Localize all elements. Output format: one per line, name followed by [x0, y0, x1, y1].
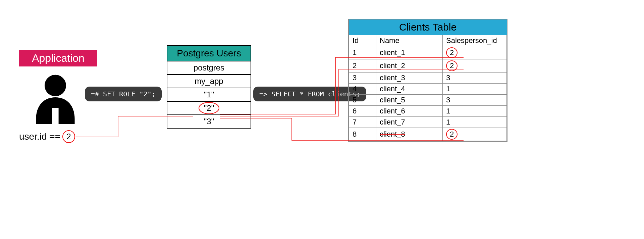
table-row: 5client_53: [349, 95, 507, 106]
user-id-label: user.id ==: [19, 131, 60, 142]
cell-id: 6: [349, 106, 376, 117]
clients-column-header: Name: [376, 35, 443, 46]
cell-id: 7: [349, 117, 376, 128]
cell-name: client_6: [376, 106, 443, 117]
postgres-user-name: "2": [204, 103, 214, 112]
sql-select: => SELECT * FROM clients;: [259, 90, 360, 98]
cell-id: 5: [349, 95, 376, 106]
clients-table-title: Clients Table: [349, 19, 507, 35]
postgres-user-name: postgres: [194, 63, 224, 72]
postgres-user-name: my_app: [195, 77, 223, 86]
postgres-users-box: Postgres Users postgresmy_app"1""2""3": [167, 45, 251, 129]
cell-name: client_1: [376, 46, 443, 59]
cell-salesperson-id: 2: [443, 59, 507, 73]
cell-id: 2: [349, 59, 376, 73]
user-id-value: 2: [66, 132, 71, 141]
user-id-line: user.id == 2: [19, 130, 75, 143]
sql-set-role: =# SET ROLE "2";: [91, 90, 156, 98]
postgres-users-rows: postgresmy_app"1""2""3": [167, 61, 251, 128]
clients-table: IdNameSalesperson_id 1client_122client_2…: [349, 35, 507, 141]
cell-name: client_3: [376, 73, 443, 84]
postgres-user-row: "1": [167, 88, 251, 101]
clients-body: 1client_122client_223client_334client_41…: [349, 46, 507, 141]
cell-name: client_5: [376, 95, 443, 106]
cell-salesperson-id: 1: [443, 117, 507, 128]
postgres-user-row: "3": [167, 114, 251, 128]
table-row: 2client_22: [349, 59, 507, 73]
sql-set-role-pill: =# SET ROLE "2";: [85, 87, 162, 101]
application-title: Application: [32, 52, 85, 64]
table-row: 8client_82: [349, 128, 507, 141]
cell-id: 4: [349, 84, 376, 95]
cell-name: client_7: [376, 117, 443, 128]
application-title-box: Application: [19, 50, 97, 66]
postgres-user-row: postgres: [167, 61, 251, 74]
cell-salesperson-id: 1: [443, 106, 507, 117]
cell-salesperson-id: 2: [443, 128, 507, 141]
postgres-user-name: "3": [204, 117, 214, 126]
salesperson-id-circle: 2: [446, 129, 458, 140]
table-row: 1client_12: [349, 46, 507, 59]
clients-header-row: IdNameSalesperson_id: [349, 35, 507, 46]
diagram-root: Application user.id == 2 =# SET ROLE "2"…: [0, 0, 644, 239]
connection-lines: [0, 0, 644, 239]
table-row: 7client_71: [349, 117, 507, 128]
user-icon: [29, 70, 82, 124]
user-id-value-circle: 2: [62, 130, 75, 143]
cell-name: client_4: [376, 84, 443, 95]
table-row: 6client_61: [349, 106, 507, 117]
clients-column-header: Id: [349, 35, 376, 46]
table-row: 4client_41: [349, 84, 507, 95]
cell-salesperson-id: 3: [443, 95, 507, 106]
cell-salesperson-id: 1: [443, 84, 507, 95]
postgres-user-row: "2": [167, 101, 251, 114]
svg-rect-1: [52, 108, 58, 124]
table-row: 3client_33: [349, 73, 507, 84]
postgres-user-name: "1": [204, 90, 214, 99]
salesperson-id-circle: 2: [446, 47, 458, 58]
cell-id: 8: [349, 128, 376, 141]
salesperson-id-circle: 2: [446, 60, 458, 71]
clients-column-header: Salesperson_id: [443, 35, 507, 46]
postgres-user-row: my_app: [167, 74, 251, 88]
cell-name: client_2: [376, 59, 443, 73]
cell-name: client_8: [376, 128, 443, 141]
cell-salesperson-id: 2: [443, 46, 507, 59]
cell-id: 3: [349, 73, 376, 84]
clients-table-box: Clients Table IdNameSalesperson_id 1clie…: [348, 19, 507, 142]
cell-id: 1: [349, 46, 376, 59]
cell-salesperson-id: 3: [443, 73, 507, 84]
svg-point-0: [45, 75, 66, 96]
postgres-users-title: Postgres Users: [167, 46, 251, 61]
